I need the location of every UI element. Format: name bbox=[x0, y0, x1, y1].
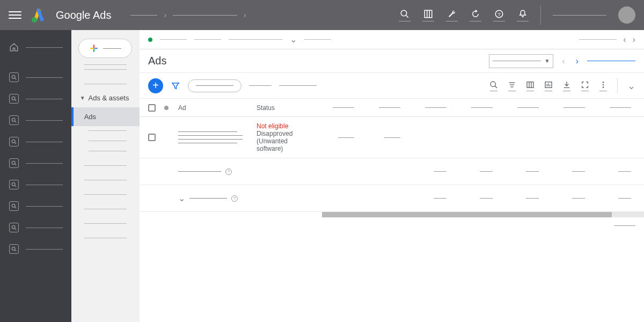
columns-button[interactable] bbox=[526, 80, 535, 91]
context-item[interactable] bbox=[229, 39, 282, 40]
select-all-checkbox[interactable] bbox=[148, 104, 156, 112]
search-icon bbox=[11, 75, 17, 80]
column-metric[interactable] bbox=[497, 107, 543, 108]
svg-line-11 bbox=[14, 99, 16, 101]
show-chart-link[interactable] bbox=[587, 61, 635, 61]
ads-table: Ad Status bbox=[140, 99, 644, 322]
svg-rect-3 bbox=[425, 10, 432, 18]
filter-chip[interactable] bbox=[188, 79, 241, 92]
column-metric[interactable] bbox=[589, 107, 635, 108]
svg-line-17 bbox=[14, 164, 16, 165]
panel-item-ads[interactable]: Ads bbox=[71, 107, 140, 126]
bell-icon bbox=[518, 9, 528, 19]
panel-group-ads-assets[interactable]: ▼ Ads & assets bbox=[71, 89, 140, 107]
chevron-down-icon[interactable]: ⌄ bbox=[290, 34, 297, 45]
svg-point-42 bbox=[603, 82, 604, 83]
ad-preview bbox=[178, 131, 257, 143]
column-metric[interactable] bbox=[312, 107, 358, 108]
refresh-button[interactable] bbox=[470, 9, 481, 21]
nav-item[interactable] bbox=[0, 152, 71, 174]
row-checkbox[interactable] bbox=[148, 134, 156, 141]
search-icon bbox=[11, 203, 17, 209]
column-metric[interactable] bbox=[358, 107, 405, 108]
chevron-down-icon[interactable]: ⌄ bbox=[627, 80, 635, 92]
nav-item[interactable] bbox=[0, 217, 71, 238]
table-toolbar: + ⌄ bbox=[140, 73, 644, 99]
home-icon bbox=[9, 42, 19, 52]
column-metric[interactable] bbox=[405, 107, 451, 108]
account-name[interactable] bbox=[553, 15, 606, 16]
next-period[interactable]: › bbox=[574, 56, 581, 66]
expand-button[interactable] bbox=[581, 80, 589, 91]
search-button[interactable] bbox=[399, 9, 411, 21]
panel-group-label: Ads & assets bbox=[89, 94, 129, 102]
svg-point-44 bbox=[603, 86, 604, 88]
svg-point-14 bbox=[12, 140, 15, 143]
table-row[interactable]: Not eligible Disapproved (Unwanted softw… bbox=[140, 117, 644, 158]
svg-point-18 bbox=[12, 182, 15, 186]
search-icon bbox=[11, 139, 17, 144]
search-icon bbox=[11, 246, 17, 252]
column-ad[interactable]: Ad bbox=[178, 104, 257, 112]
chevron-right-icon: › bbox=[164, 11, 166, 19]
status-cell: Not eligible Disapproved (Unwanted softw… bbox=[257, 122, 312, 152]
prev-period[interactable]: ‹ bbox=[560, 56, 567, 66]
reports-button[interactable] bbox=[544, 80, 553, 91]
svg-line-25 bbox=[14, 250, 16, 251]
svg-point-22 bbox=[12, 225, 15, 229]
chevron-down-icon: ▼ bbox=[544, 58, 550, 64]
breadcrumb-item[interactable] bbox=[173, 15, 237, 16]
table-header-row: Ad Status bbox=[140, 99, 644, 117]
status-dot-icon[interactable] bbox=[164, 106, 169, 110]
nav-item[interactable] bbox=[0, 238, 71, 260]
wrench-icon bbox=[447, 9, 457, 19]
toolbar-text bbox=[279, 85, 317, 86]
status-main: Not eligible bbox=[257, 122, 312, 130]
reports-icon bbox=[423, 9, 433, 19]
column-metric[interactable] bbox=[451, 107, 497, 108]
nav-home[interactable] bbox=[0, 36, 71, 58]
help-button[interactable]: ? bbox=[493, 9, 505, 21]
chevron-left-icon[interactable]: ‹ bbox=[623, 35, 626, 45]
nav-item[interactable] bbox=[0, 88, 71, 109]
tools-button[interactable] bbox=[446, 9, 458, 21]
svg-point-16 bbox=[12, 161, 15, 164]
context-bar: ⌄ ‹ › bbox=[140, 30, 644, 49]
svg-point-20 bbox=[12, 204, 15, 207]
info-icon[interactable]: ? bbox=[231, 195, 238, 202]
svg-point-1 bbox=[401, 10, 407, 16]
more-button[interactable] bbox=[599, 80, 608, 91]
date-range-picker[interactable]: ▼ bbox=[489, 54, 553, 68]
menu-icon[interactable] bbox=[9, 9, 21, 21]
create-button[interactable] bbox=[78, 39, 132, 58]
nav-item[interactable] bbox=[0, 131, 71, 152]
page-title-row: Ads ▼ ‹ › bbox=[140, 49, 644, 73]
horizontal-scrollbar[interactable] bbox=[322, 212, 644, 217]
chevron-right-icon[interactable]: › bbox=[633, 35, 635, 45]
nav-item[interactable] bbox=[0, 174, 71, 195]
download-button[interactable] bbox=[562, 80, 571, 91]
nav-item[interactable] bbox=[0, 195, 71, 217]
add-ad-button[interactable]: + bbox=[148, 78, 163, 93]
context-item[interactable] bbox=[194, 39, 221, 40]
chevron-down-icon[interactable]: ⌄ bbox=[178, 193, 185, 203]
toolbar-text bbox=[249, 85, 272, 86]
svg-line-9 bbox=[14, 78, 16, 79]
breadcrumb-item[interactable] bbox=[130, 15, 157, 16]
avatar[interactable] bbox=[618, 6, 635, 24]
context-item[interactable] bbox=[304, 39, 331, 40]
search-table-button[interactable] bbox=[489, 80, 498, 91]
context-item[interactable] bbox=[579, 39, 617, 40]
segment-button[interactable] bbox=[508, 80, 516, 91]
column-status[interactable]: Status bbox=[257, 104, 312, 112]
column-metric[interactable] bbox=[543, 107, 589, 108]
svg-point-8 bbox=[12, 75, 15, 78]
filter-icon[interactable] bbox=[171, 81, 180, 91]
svg-line-13 bbox=[14, 121, 16, 122]
nav-item[interactable] bbox=[0, 109, 71, 131]
nav-item[interactable] bbox=[0, 67, 71, 88]
notifications-button[interactable] bbox=[517, 9, 529, 21]
info-icon[interactable]: ? bbox=[225, 169, 232, 175]
reports-button[interactable] bbox=[422, 9, 434, 21]
context-item[interactable] bbox=[160, 39, 187, 40]
